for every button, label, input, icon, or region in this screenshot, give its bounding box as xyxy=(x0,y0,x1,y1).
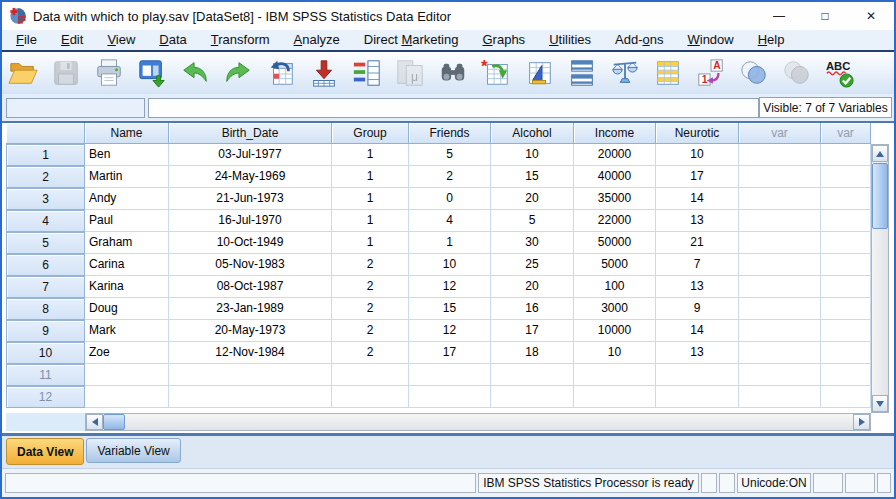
column-header-alcohol[interactable]: Alcohol xyxy=(491,123,574,144)
cell[interactable]: 1 xyxy=(332,188,409,210)
print-icon[interactable] xyxy=(94,58,124,88)
scroll-down-arrow[interactable] xyxy=(872,395,888,412)
cell[interactable]: 10 xyxy=(409,254,491,276)
cell[interactable]: Graham xyxy=(85,232,169,254)
row-number[interactable]: 8 xyxy=(6,298,85,320)
cell[interactable] xyxy=(821,298,871,320)
find-icon[interactable] xyxy=(438,58,468,88)
cell[interactable]: Ben xyxy=(85,144,169,166)
cell[interactable]: 12 xyxy=(409,276,491,298)
row-number[interactable]: 3 xyxy=(6,188,85,210)
menu-item-window[interactable]: Window xyxy=(675,30,745,50)
cell[interactable]: 13 xyxy=(656,342,739,364)
maximize-button[interactable]: □ xyxy=(802,2,848,30)
cell[interactable]: 5 xyxy=(491,210,574,232)
cell[interactable] xyxy=(739,166,821,188)
cell[interactable]: 05-Nov-1983 xyxy=(169,254,332,276)
row-number[interactable]: 6 xyxy=(6,254,85,276)
column-header-var[interactable]: var xyxy=(739,123,821,144)
cell[interactable]: 17 xyxy=(491,320,574,342)
redo-icon[interactable] xyxy=(223,58,253,88)
cell[interactable]: 15 xyxy=(409,298,491,320)
cell-editor-input[interactable] xyxy=(148,98,759,118)
cell[interactable] xyxy=(332,364,409,386)
cell[interactable] xyxy=(821,386,871,408)
select-cases-icon[interactable] xyxy=(653,58,683,88)
menu-item-transform[interactable]: Transform xyxy=(199,30,282,50)
cell[interactable]: 14 xyxy=(656,320,739,342)
cell[interactable]: 35000 xyxy=(574,188,656,210)
cell[interactable]: 12-Nov-1984 xyxy=(169,342,332,364)
cell[interactable] xyxy=(739,210,821,232)
cell[interactable]: 10 xyxy=(574,342,656,364)
column-header-name[interactable]: Name xyxy=(85,123,169,144)
menu-item-file[interactable]: File xyxy=(4,30,49,50)
cell[interactable] xyxy=(739,386,821,408)
cell[interactable] xyxy=(821,254,871,276)
scroll-up-arrow[interactable] xyxy=(872,145,888,162)
cell[interactable] xyxy=(491,364,574,386)
cell[interactable] xyxy=(656,364,739,386)
cell[interactable]: 08-Oct-1987 xyxy=(169,276,332,298)
close-button[interactable]: ✕ xyxy=(848,2,894,30)
cell[interactable]: 10-Oct-1949 xyxy=(169,232,332,254)
cell[interactable]: 2 xyxy=(332,298,409,320)
cell[interactable] xyxy=(574,364,656,386)
cell[interactable] xyxy=(739,364,821,386)
menu-item-direct-marketing[interactable]: Direct Marketing xyxy=(352,30,471,50)
cell[interactable]: 1 xyxy=(409,232,491,254)
cell[interactable] xyxy=(409,386,491,408)
cell[interactable]: 24-May-1969 xyxy=(169,166,332,188)
cell[interactable] xyxy=(739,232,821,254)
vertical-scroll-thumb[interactable] xyxy=(872,163,888,229)
cell-reference-box[interactable] xyxy=(6,98,145,118)
recall-dialogs-icon[interactable] xyxy=(137,58,167,88)
cell[interactable]: 14 xyxy=(656,188,739,210)
cell[interactable]: 21-Jun-1973 xyxy=(169,188,332,210)
cell[interactable]: 13 xyxy=(656,276,739,298)
cell[interactable] xyxy=(821,166,871,188)
vertical-scrollbar[interactable] xyxy=(871,144,889,413)
cell[interactable]: 9 xyxy=(656,298,739,320)
row-number[interactable]: 11 xyxy=(6,364,85,386)
horizontal-scrollbar[interactable] xyxy=(85,413,871,431)
row-number[interactable]: 10 xyxy=(6,342,85,364)
cell[interactable]: 2 xyxy=(332,254,409,276)
scroll-right-arrow[interactable] xyxy=(853,414,870,430)
cell[interactable]: 30 xyxy=(491,232,574,254)
insert-variable-icon[interactable] xyxy=(524,58,554,88)
column-header-birth-date[interactable]: Birth_Date xyxy=(169,123,332,144)
cell[interactable]: 16 xyxy=(491,298,574,320)
cell[interactable]: 2 xyxy=(409,166,491,188)
row-number[interactable]: 1 xyxy=(6,144,85,166)
row-number[interactable]: 7 xyxy=(6,276,85,298)
cell[interactable] xyxy=(85,386,169,408)
cell[interactable]: 1 xyxy=(332,144,409,166)
cell[interactable] xyxy=(821,320,871,342)
cell[interactable]: 17 xyxy=(409,342,491,364)
cell[interactable] xyxy=(574,386,656,408)
cell[interactable] xyxy=(821,364,871,386)
column-header-group[interactable]: Group xyxy=(332,123,409,144)
cell[interactable]: 10 xyxy=(656,144,739,166)
cell[interactable] xyxy=(85,364,169,386)
cell[interactable]: Andy xyxy=(85,188,169,210)
cell[interactable]: 20 xyxy=(491,276,574,298)
cell[interactable]: 3000 xyxy=(574,298,656,320)
cell[interactable] xyxy=(821,276,871,298)
cell[interactable] xyxy=(821,188,871,210)
cell[interactable] xyxy=(821,144,871,166)
cell[interactable]: 17 xyxy=(656,166,739,188)
cell[interactable]: 03-Jul-1977 xyxy=(169,144,332,166)
cell[interactable] xyxy=(739,254,821,276)
cell[interactable]: 10 xyxy=(491,144,574,166)
cell[interactable]: 20000 xyxy=(574,144,656,166)
cell[interactable]: 1 xyxy=(332,166,409,188)
column-header-neurotic[interactable]: Neurotic xyxy=(656,123,739,144)
cell[interactable]: 1 xyxy=(332,232,409,254)
column-header-friends[interactable]: Friends xyxy=(409,123,491,144)
cell[interactable]: 0 xyxy=(409,188,491,210)
menu-item-utilities[interactable]: Utilities xyxy=(537,30,603,50)
menu-item-edit[interactable]: Edit xyxy=(49,30,95,50)
cell[interactable]: 25 xyxy=(491,254,574,276)
